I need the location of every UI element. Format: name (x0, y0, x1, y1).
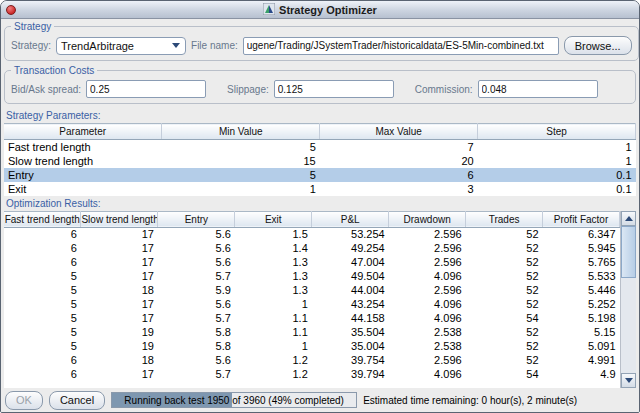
column-header[interactable]: P&L (312, 211, 389, 227)
app-icon (263, 1, 275, 19)
table-cell: 1 (235, 339, 312, 353)
table-cell: 1 (162, 182, 320, 196)
table-cell: 15 (162, 154, 320, 168)
table-cell: 5.7 (158, 311, 235, 325)
table-cell: 19 (81, 325, 158, 339)
table-cell: 52 (466, 255, 543, 269)
table-cell: 4.096 (389, 269, 466, 283)
table-cell: 2.538 (389, 339, 466, 353)
arrow-down-icon (625, 378, 633, 383)
estimated-time-text: Estimated time remaining: 0 hour(s), 2 m… (363, 395, 577, 406)
table-cell: 5.7 (158, 269, 235, 283)
table-row[interactable]: 5175.6143.2544.096525.252 (4, 297, 620, 311)
table-header-row: Fast trend lengthSlow trend lengthEntryE… (4, 211, 620, 227)
table-cell: Slow trend length (4, 154, 162, 168)
table-cell: 4.991 (543, 353, 620, 367)
table-cell: 52 (466, 339, 543, 353)
table-cell: 0.1 (478, 168, 636, 182)
table-cell: 17 (81, 241, 158, 255)
file-name-input[interactable] (243, 37, 559, 55)
column-header[interactable]: Parameter (4, 124, 162, 140)
strategy-combobox-value: TrendArbitrage (61, 40, 134, 52)
commission-input[interactable] (478, 80, 598, 98)
table-row[interactable]: 5175.71.349.5044.096525.533 (4, 269, 620, 283)
table-cell: 5.446 (543, 283, 620, 297)
table-cell: 1.2 (235, 367, 312, 381)
column-header[interactable]: Fast trend length (4, 211, 81, 227)
table-cell: 3 (320, 182, 478, 196)
table-cell: 17 (81, 311, 158, 325)
scrollbar-thumb[interactable] (621, 226, 636, 278)
table-cell: 52 (466, 353, 543, 367)
table-cell: 6 (4, 353, 81, 367)
table-cell: Exit (4, 182, 162, 196)
slippage-input[interactable] (274, 80, 394, 98)
table-cell: Fast trend length (4, 140, 162, 154)
vertical-scrollbar[interactable] (620, 211, 636, 389)
column-header[interactable]: Slow trend length (81, 211, 158, 227)
table-cell: 5.6 (158, 353, 235, 367)
optimization-results-table: Fast trend lengthSlow trend lengthEntryE… (4, 211, 620, 382)
table-row[interactable]: 6175.61.553.2542.596526.347 (4, 227, 620, 241)
table-row[interactable]: 6175.71.239.7944.096544.9 (4, 367, 620, 381)
table-row[interactable]: Exit130.1 (4, 182, 636, 196)
table-row[interactable]: Fast trend length571 (4, 140, 636, 154)
transaction-costs-group: Transaction Costs Bid/Ask spread: Slippa… (4, 65, 636, 104)
table-cell: 1 (235, 297, 312, 311)
table-cell: 1.3 (235, 283, 312, 297)
table-cell: 2.596 (389, 353, 466, 367)
table-cell: 7 (320, 140, 478, 154)
column-header[interactable]: Drawdown (389, 211, 466, 227)
table-cell: 52 (466, 227, 543, 241)
table-row[interactable]: 5185.91.344.0042.596525.446 (4, 283, 620, 297)
table-cell: 4.9 (543, 367, 620, 381)
column-header[interactable]: Max Value (320, 124, 478, 140)
table-cell: 18 (81, 353, 158, 367)
table-row[interactable]: 6175.61.449.2542.596525.945 (4, 241, 620, 255)
table-cell: 47.004 (312, 255, 389, 269)
table-row[interactable]: Entry560.1 (4, 168, 636, 182)
scrollbar-track[interactable] (621, 226, 636, 374)
table-row[interactable]: Slow trend length15201 (4, 154, 636, 168)
table-row[interactable]: 6185.61.239.7542.596524.991 (4, 353, 620, 367)
table-cell: 2.538 (389, 325, 466, 339)
table-cell: 4.096 (389, 367, 466, 381)
table-row[interactable]: 5195.8135.0042.538525.091 (4, 339, 620, 353)
strategy-label: Strategy: (11, 40, 51, 51)
table-cell: 6 (4, 227, 81, 241)
column-header[interactable]: Exit (235, 211, 312, 227)
bidask-input[interactable] (86, 80, 206, 98)
footer: OK Cancel Running back test 1950 of 3960… (1, 388, 639, 412)
column-header[interactable]: Trades (466, 211, 543, 227)
table-cell: 39.794 (312, 367, 389, 381)
column-header[interactable]: Min Value (162, 124, 320, 140)
column-header[interactable]: Entry (158, 211, 235, 227)
table-row[interactable]: 6175.61.347.0042.596525.765 (4, 255, 620, 269)
browse-button[interactable]: Browse... (564, 36, 632, 55)
column-header[interactable]: Step (478, 124, 636, 140)
table-cell: 1.5 (235, 227, 312, 241)
table-cell: 17 (81, 269, 158, 283)
close-button[interactable] (6, 5, 16, 15)
table-cell: 52 (466, 283, 543, 297)
table-cell: 5.252 (543, 297, 620, 311)
table-cell: 5 (4, 339, 81, 353)
table-cell: 5 (4, 297, 81, 311)
table-cell: Entry (4, 168, 162, 182)
table-cell: 54 (466, 311, 543, 325)
table-cell: 53.254 (312, 227, 389, 241)
cancel-button[interactable]: Cancel (49, 391, 105, 410)
commission-label: Commission: (415, 84, 473, 95)
table-row[interactable]: 5175.71.144.1584.096545.198 (4, 311, 620, 325)
ok-button[interactable]: OK (5, 391, 43, 410)
table-row[interactable]: 5195.81.135.5042.538525.15 (4, 325, 620, 339)
strategy-combobox[interactable]: TrendArbitrage (56, 37, 186, 55)
table-header-row: ParameterMin ValueMax ValueStep (4, 124, 636, 140)
table-cell: 6 (4, 255, 81, 269)
scroll-down-button[interactable] (621, 373, 636, 388)
table-cell: 6 (4, 367, 81, 381)
table-cell: 4.096 (389, 311, 466, 325)
scroll-up-button[interactable] (621, 211, 636, 226)
arrow-up-icon (625, 216, 633, 221)
column-header[interactable]: Profit Factor (543, 211, 620, 227)
